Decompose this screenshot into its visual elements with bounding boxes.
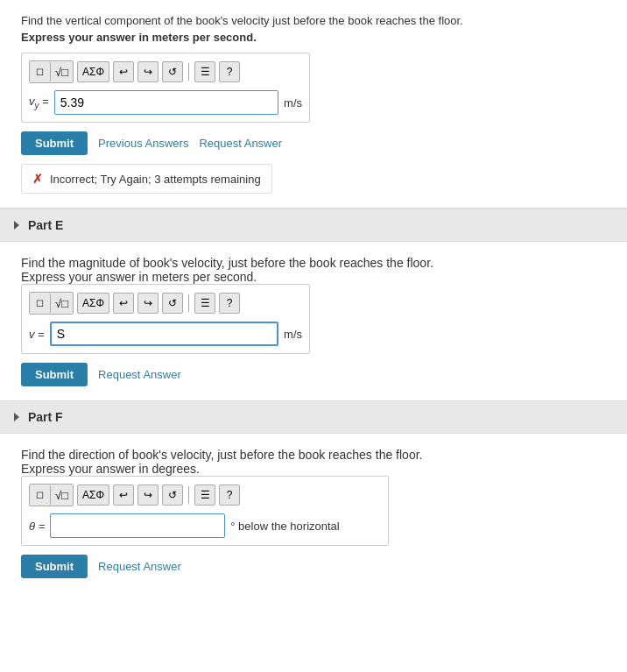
part-e-toolbar: ☐ √□ ΑΣΦ ↩ ↪ xyxy=(29,292,302,315)
toolbar-sep-1 xyxy=(188,63,189,81)
part-e-question: Find the magnitude of book's velocity, j… xyxy=(21,256,606,270)
part-e-toolbar-keyboard-btn[interactable]: ☰ xyxy=(194,293,215,314)
refresh-icon: ↺ xyxy=(168,66,177,78)
feedback-x-icon: ✗ xyxy=(32,172,43,186)
toolbar-redo-btn[interactable]: ↪ xyxy=(137,61,159,82)
part-d-toolbar: ☐ √□ ΑΣΦ ↩ ↪ ↺ xyxy=(29,60,302,83)
part-f-toolbar-refresh-btn[interactable]: ↺ xyxy=(162,485,183,506)
part-f-section: Part F Find the direction of book's velo… xyxy=(0,400,627,592)
part-d-feedback-box: ✗ Incorrect; Try Again; 3 attempts remai… xyxy=(21,164,272,194)
part-e-answer-row: v = m/s xyxy=(29,322,302,346)
part-f-express: Express your answer in degrees. xyxy=(21,462,606,476)
toolbar-refresh-btn[interactable]: ↺ xyxy=(162,61,183,82)
part-e-keyboard-icon: ☰ xyxy=(201,297,210,309)
part-e-title: Part E xyxy=(28,218,63,232)
part-e-toolbar-alpha-btn[interactable]: ΑΣΦ xyxy=(77,293,109,314)
part-f-toolbar-redo-btn[interactable]: ↪ xyxy=(137,485,159,506)
part-e-body: Find the magnitude of book's velocity, j… xyxy=(0,242,627,400)
part-d-section: Find the vertical component of the book'… xyxy=(0,0,627,209)
part-e-express: Express your answer in meters per second… xyxy=(21,270,606,284)
part-e-help-icon: ? xyxy=(227,297,233,309)
part-e-section: Part E Find the magnitude of book's velo… xyxy=(0,209,627,400)
part-f-title: Part F xyxy=(28,410,63,424)
part-f-answer-input[interactable] xyxy=(50,513,225,538)
part-d-express: Express your answer in meters per second… xyxy=(21,31,606,44)
toolbar-undo-btn[interactable]: ↩ xyxy=(113,61,134,82)
redo-icon: ↪ xyxy=(144,66,152,78)
part-d-input-box: ☐ √□ ΑΣΦ ↩ ↪ ↺ xyxy=(21,53,310,123)
part-e-collapse-icon xyxy=(14,221,19,230)
part-f-toolbar-keyboard-btn[interactable]: ☰ xyxy=(194,485,215,506)
toolbar-help-btn[interactable]: ? xyxy=(219,61,240,82)
part-f-toolbar-alpha-btn[interactable]: ΑΣΦ xyxy=(77,485,109,506)
help-icon: ? xyxy=(227,66,233,78)
part-f-request-answer-link[interactable]: Request Answer xyxy=(98,560,181,573)
part-e-toolbar-checkbox-btn[interactable]: ☐ xyxy=(30,293,51,314)
part-e-refresh-icon: ↺ xyxy=(168,297,177,309)
part-d-answer-row: vy = m/s xyxy=(29,90,302,115)
part-d-answer-input[interactable] xyxy=(54,90,278,115)
part-f-body: Find the direction of book's velocity, j… xyxy=(0,434,627,592)
part-f-alpha-icon: ΑΣΦ xyxy=(82,489,104,501)
part-e-header[interactable]: Part E xyxy=(0,209,627,242)
part-d-answer-label: vy = xyxy=(29,95,49,110)
part-d-unit: m/s xyxy=(284,96,302,110)
toolbar-checkbox-btn[interactable]: ☐ xyxy=(30,61,51,82)
part-e-submit-row: Submit Request Answer xyxy=(21,363,606,386)
part-f-toolbar-undo-btn[interactable]: ↩ xyxy=(113,485,134,506)
part-e-submit-button[interactable]: Submit xyxy=(21,363,88,386)
part-e-answer-label: v = xyxy=(29,328,45,341)
part-f-toolbar-sqrt-btn[interactable]: √□ xyxy=(51,485,73,506)
part-e-toolbar-refresh-btn[interactable]: ↺ xyxy=(162,293,183,314)
part-f-toolbar-group-1: ☐ √□ xyxy=(29,484,74,506)
part-e-toolbar-undo-btn[interactable]: ↩ xyxy=(113,293,134,314)
part-f-redo-icon: ↪ xyxy=(144,489,152,501)
undo-icon: ↩ xyxy=(119,66,128,78)
toolbar-sqrt-btn[interactable]: √□ xyxy=(51,61,73,82)
part-f-header[interactable]: Part F xyxy=(0,401,627,434)
part-e-toolbar-sep-1 xyxy=(188,294,189,312)
part-f-undo-icon: ↩ xyxy=(119,489,128,501)
part-e-toolbar-group-1: ☐ √□ xyxy=(29,292,74,315)
part-f-keyboard-icon: ☰ xyxy=(201,489,210,501)
part-f-collapse-icon xyxy=(14,413,19,421)
part-f-unit: ° below the horizontal xyxy=(230,520,339,533)
part-f-question: Find the direction of book's velocity, j… xyxy=(21,448,606,462)
toolbar-keyboard-btn[interactable]: ☰ xyxy=(194,61,215,82)
toolbar-group-1: ☐ √□ xyxy=(29,60,74,83)
part-e-alpha-icon: ΑΣΦ xyxy=(82,297,104,309)
part-e-toolbar-sqrt-btn[interactable]: √□ xyxy=(51,293,73,314)
part-d-submit-row: Submit Previous Answers Request Answer xyxy=(21,131,606,155)
keyboard-icon: ☰ xyxy=(201,66,210,78)
part-e-toolbar-help-btn[interactable]: ? xyxy=(219,293,240,314)
toolbar-alpha-btn[interactable]: ΑΣΦ xyxy=(77,61,109,82)
part-e-undo-icon: ↩ xyxy=(119,297,128,309)
part-f-refresh-icon: ↺ xyxy=(168,489,177,501)
part-e-redo-icon: ↪ xyxy=(144,297,152,309)
part-d-submit-button[interactable]: Submit xyxy=(21,131,88,155)
part-e-unit: m/s xyxy=(284,328,302,341)
part-f-answer-label: θ = xyxy=(29,520,45,533)
part-f-toolbar-sep-1 xyxy=(188,486,189,504)
part-f-submit-button[interactable]: Submit xyxy=(21,555,88,578)
part-f-help-icon: ? xyxy=(227,489,233,501)
part-f-toolbar-help-btn[interactable]: ? xyxy=(219,485,240,506)
part-d-feedback-text: Incorrect; Try Again; 3 attempts remaini… xyxy=(50,173,261,186)
part-e-answer-input[interactable] xyxy=(50,322,278,346)
part-d-question: Find the vertical component of the book'… xyxy=(21,14,606,27)
part-f-input-box: ☐ √□ ΑΣΦ ↩ ↪ xyxy=(21,476,389,546)
alpha-icon: ΑΣΦ xyxy=(82,66,104,78)
part-e-request-answer-link[interactable]: Request Answer xyxy=(98,368,181,381)
part-f-toolbar-checkbox-btn[interactable]: ☐ xyxy=(30,485,51,506)
part-f-answer-row: θ = ° below the horizontal xyxy=(29,513,381,538)
part-f-submit-row: Submit Request Answer xyxy=(21,555,606,578)
part-f-toolbar: ☐ √□ ΑΣΦ ↩ ↪ xyxy=(29,484,381,506)
part-e-toolbar-redo-btn[interactable]: ↪ xyxy=(137,293,159,314)
part-d-previous-answers-link[interactable]: Previous Answers xyxy=(98,137,188,150)
part-d-request-answer-link[interactable]: Request Answer xyxy=(199,137,282,150)
part-e-input-box: ☐ √□ ΑΣΦ ↩ ↪ xyxy=(21,284,310,354)
